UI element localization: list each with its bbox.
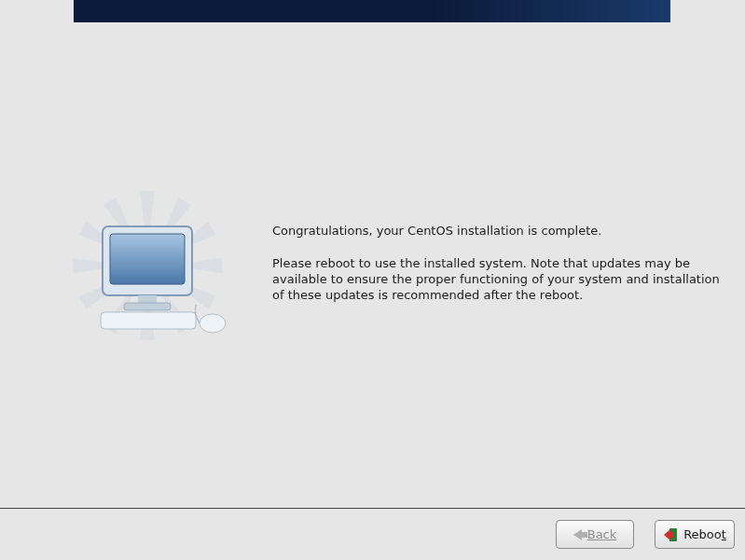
svg-rect-13 (110, 234, 185, 284)
back-button-label: Back (587, 527, 617, 541)
reboot-icon (663, 527, 678, 542)
back-button: Back (556, 520, 634, 549)
congrats-message: Congratulations, your CentOS installatio… (272, 224, 726, 239)
completion-text: Congratulations, your CentOS installatio… (272, 224, 726, 321)
computer-illustration (35, 182, 259, 349)
svg-point-17 (200, 314, 226, 333)
reboot-notice: Please reboot to use the installed syste… (272, 256, 726, 304)
svg-rect-15 (124, 303, 171, 310)
reboot-button[interactable]: Reboot (655, 520, 735, 549)
svg-rect-16 (101, 312, 196, 329)
reboot-button-label: Reboot (683, 527, 726, 541)
footer-bar: Back Reboot (0, 508, 745, 560)
header-banner (74, 0, 670, 22)
main-content: Congratulations, your CentOS installatio… (35, 182, 726, 349)
back-arrow-icon (573, 529, 582, 540)
